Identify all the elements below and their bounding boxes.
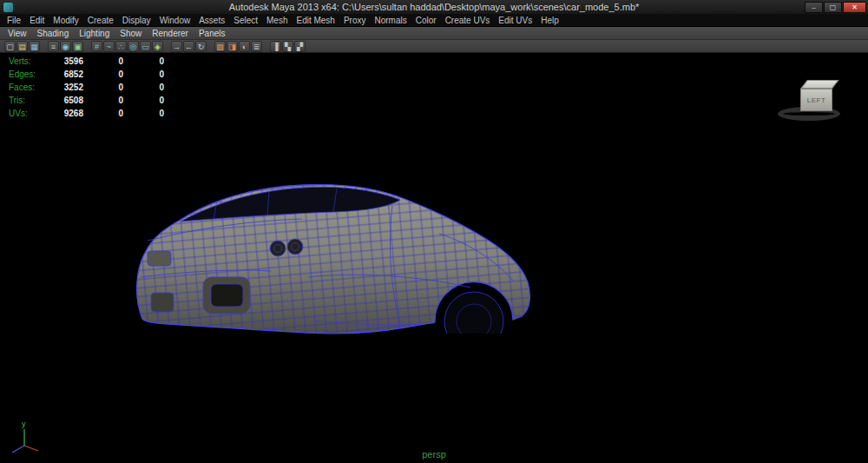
open-scene-icon[interactable]: ▤ — [16, 41, 28, 52]
poly-count-row: UVs: 9268 0 0 — [9, 107, 164, 120]
car-rear-vent — [151, 293, 174, 312]
menu-select[interactable]: Select — [229, 14, 262, 27]
minimize-button[interactable]: – — [805, 2, 823, 13]
close-button[interactable]: ✕ — [843, 2, 866, 13]
render-settings-icon[interactable]: ≣ — [251, 41, 262, 52]
panel-menu-show[interactable]: Show — [115, 27, 147, 40]
car-taillight-left — [148, 251, 171, 266]
menu-create-uvs[interactable]: Create UVs — [441, 14, 495, 27]
panel-menu-renderer[interactable]: Renderer — [147, 27, 194, 40]
view-cube[interactable]: LEFT — [773, 72, 856, 138]
x-axis-line — [24, 446, 38, 451]
poly-count-label: UVs: — [9, 109, 54, 118]
car-exhaust-left — [270, 241, 286, 256]
poly-count-component: 0 — [123, 56, 164, 66]
axis-indicator: y — [5, 418, 45, 458]
main-menu-bar: File Edit Modify Create Display Window A… — [0, 14, 868, 27]
output-connections-icon[interactable]: ← — [183, 41, 194, 52]
poly-count-component: 0 — [123, 69, 164, 79]
maya-window: Autodesk Maya 2013 x64: C:\Users\sultan … — [0, 0, 868, 463]
menu-help[interactable]: Help — [536, 14, 563, 27]
input-connections-icon[interactable]: → — [171, 41, 182, 52]
poly-count-label: Edges: — [9, 69, 54, 79]
channel-box-toggle-icon[interactable]: ▞ — [294, 41, 306, 52]
menu-display[interactable]: Display — [118, 14, 155, 27]
title-bar: Autodesk Maya 2013 x64: C:\Users\sultan … — [0, 0, 868, 14]
save-scene-icon[interactable]: ▦ — [29, 41, 40, 52]
poly-count-row: Edges: 6852 0 0 — [9, 68, 164, 81]
tool-settings-toggle-icon[interactable]: ▚ — [282, 41, 293, 52]
view-cube-left-face[interactable]: LEFT — [800, 89, 832, 111]
panel-menu-lighting[interactable]: Lighting — [74, 27, 115, 40]
new-scene-icon[interactable]: ▢ — [4, 41, 16, 52]
snap-to-curve-icon[interactable]: ~ — [103, 41, 115, 52]
menu-file[interactable]: File — [3, 14, 25, 27]
poly-count-selected: 0 — [83, 83, 123, 92]
poly-count-total: 3252 — [54, 83, 83, 92]
make-live-icon[interactable]: ◈ — [152, 41, 163, 52]
panel-menu-bar: View Shading Lighting Show Renderer Pane… — [0, 27, 868, 40]
y-axis-label: y — [22, 420, 26, 428]
menu-edit-mesh[interactable]: Edit Mesh — [292, 14, 339, 27]
panel-menu-view[interactable]: View — [3, 27, 32, 40]
menu-create[interactable]: Create — [83, 14, 118, 27]
poly-count-selected: 0 — [83, 69, 123, 79]
car-rear-grille-inner — [211, 284, 243, 307]
snap-to-grid-icon[interactable]: # — [91, 41, 102, 52]
perspective-viewport[interactable]: Verts: 3596 0 0 Edges: 6852 0 0 Faces: 3… — [0, 53, 868, 463]
poly-count-total: 6852 — [54, 69, 83, 79]
view-cube-top-face[interactable] — [800, 80, 839, 89]
select-by-hierarchy-icon[interactable]: ≡ — [48, 41, 59, 52]
poly-count-component: 0 — [123, 83, 164, 92]
window-controls: – ▢ ✕ — [805, 2, 866, 13]
menu-assets[interactable]: Assets — [194, 14, 229, 27]
snap-to-view-plane-icon[interactable]: ▭ — [140, 41, 151, 52]
car-model[interactable] — [130, 180, 547, 345]
poly-count-total: 3596 — [54, 56, 83, 66]
menu-color[interactable]: Color — [411, 14, 441, 27]
maximize-button[interactable]: ▢ — [824, 2, 842, 13]
maya-app-icon — [3, 3, 13, 12]
select-by-object-icon[interactable]: ◉ — [60, 41, 71, 52]
ipr-render-icon[interactable]: ◐ — [239, 41, 250, 52]
poly-count-selected: 0 — [83, 109, 123, 118]
construction-history-icon[interactable]: ↻ — [195, 41, 207, 52]
ground-mask — [417, 334, 547, 345]
snap-to-center-icon[interactable]: ◎ — [128, 41, 139, 52]
z-axis-line — [12, 446, 24, 453]
menu-edit-uvs[interactable]: Edit UVs — [494, 14, 536, 27]
poly-count-row: Faces: 3252 0 0 — [9, 81, 164, 94]
window-title: Autodesk Maya 2013 x64: C:\Users\sultan … — [0, 0, 868, 14]
status-line-toolbar: ▢ ▤ ▦ ≡ ◉ ▣ # ~ ∴ ◎ ▭ ◈ → ← ↻ ▧ — [0, 40, 868, 53]
menu-window[interactable]: Window — [155, 14, 195, 27]
poly-count-total: 6508 — [54, 96, 83, 105]
poly-count-total: 9268 — [54, 109, 83, 118]
poly-count-component: 0 — [123, 96, 164, 105]
poly-count-hud: Verts: 3596 0 0 Edges: 6852 0 0 Faces: 3… — [9, 55, 164, 120]
poly-count-selected: 0 — [83, 56, 123, 66]
poly-count-row: Tris: 6508 0 0 — [9, 94, 164, 107]
render-current-frame-icon[interactable]: ◨ — [227, 41, 238, 52]
camera-name-label: persp — [422, 449, 446, 460]
poly-count-label: Faces: — [9, 83, 54, 92]
attribute-editor-toggle-icon[interactable]: ▐ — [270, 41, 281, 52]
poly-count-label: Tris: — [9, 96, 54, 105]
poly-count-selected: 0 — [83, 96, 123, 105]
panel-menu-shading[interactable]: Shading — [32, 27, 75, 40]
panel-menu-panels[interactable]: Panels — [194, 27, 231, 40]
car-exhaust-right — [287, 239, 303, 255]
open-render-view-icon[interactable]: ▧ — [214, 41, 226, 52]
poly-count-row: Verts: 3596 0 0 — [9, 55, 164, 68]
select-by-component-icon[interactable]: ▣ — [72, 41, 83, 52]
menu-proxy[interactable]: Proxy — [339, 14, 371, 27]
menu-mesh[interactable]: Mesh — [262, 14, 292, 27]
menu-modify[interactable]: Modify — [49, 14, 82, 27]
snap-to-point-icon[interactable]: ∴ — [115, 41, 127, 52]
poly-count-component: 0 — [123, 109, 164, 118]
menu-normals[interactable]: Normals — [371, 14, 411, 27]
poly-count-label: Verts: — [9, 56, 54, 66]
menu-edit[interactable]: Edit — [25, 14, 49, 27]
